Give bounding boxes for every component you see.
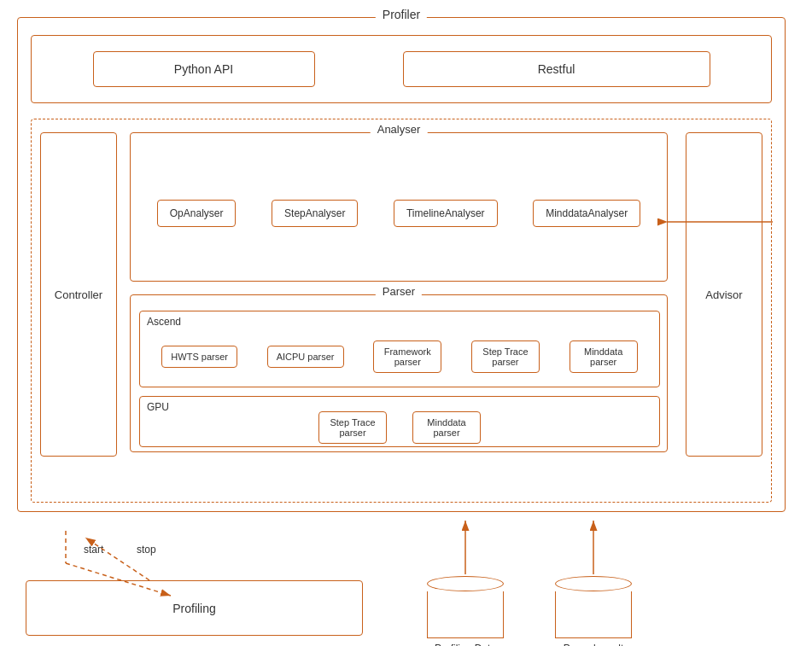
gpu-label: GPU	[147, 401, 169, 413]
op-analyser: OpAnalyser	[157, 200, 237, 227]
parsed-result-label: Parsed result	[564, 643, 624, 646]
profiler-label: Profiler	[376, 8, 427, 21]
controller-label: Controller	[55, 288, 102, 301]
gpu-box: GPU Step Traceparser Minddataparser	[139, 396, 660, 447]
parsed-result-cylinder: Parsed result	[555, 576, 632, 646]
stop-label: stop	[137, 544, 156, 556]
python-api-box: Python API	[93, 51, 315, 87]
restful-box: Restful	[403, 51, 710, 87]
aicpu-parser: AICPU parser	[267, 346, 344, 368]
stop-line	[85, 538, 149, 580]
middle-section: Controller Advisor Analyser OpAnalyser S…	[31, 119, 772, 503]
advisor-box: Advisor	[686, 132, 762, 457]
profiling-label: Profiling	[172, 602, 216, 615]
analyser-area: Analyser OpAnalyser StepAnalyser Timelin…	[130, 132, 668, 282]
profiling-box: Profiling	[26, 580, 363, 636]
profiling-data-label: Profiling Data	[435, 643, 496, 646]
ascend-items: HWTS parser AICPU parser Frameworkparser…	[140, 311, 659, 387]
ascend-label: Ascend	[147, 316, 181, 328]
analyser-items: OpAnalyser StepAnalyser TimelineAnalyser…	[131, 133, 667, 281]
python-api-label: Python API	[174, 62, 233, 76]
profiler-box: Profiler Python API Restful Controller A…	[17, 17, 786, 512]
analyser-label: Analyser	[371, 123, 428, 136]
framework-parser: Frameworkparser	[373, 340, 441, 373]
cylinder-top	[427, 576, 504, 591]
restful-label: Restful	[538, 62, 575, 76]
start-label: start	[84, 544, 104, 556]
minddata-parser-gpu: Minddataparser	[412, 411, 481, 444]
parser-label: Parser	[376, 285, 422, 298]
cylinder-body	[427, 591, 504, 638]
parser-area: Parser Ascend HWTS parser AICPU parser F…	[130, 294, 668, 452]
cylinder-body-parsed	[555, 591, 632, 638]
ascend-box: Ascend HWTS parser AICPU parser Framewor…	[139, 311, 660, 387]
cylinder-top-parsed	[555, 576, 632, 591]
step-trace-parser-gpu: Step Traceparser	[318, 411, 387, 444]
timeline-analyser: TimelineAnalyser	[394, 200, 498, 227]
api-row-box: Python API Restful	[31, 35, 772, 103]
step-trace-parser-ascend: Step Traceparser	[471, 340, 540, 373]
controller-box: Controller	[40, 132, 117, 457]
diagram-container: Profiler Python API Restful Controller A…	[9, 9, 803, 637]
minddata-parser-ascend: Minddataparser	[570, 340, 638, 373]
step-analyser: StepAnalyser	[272, 200, 358, 227]
minddata-analyser: MinddataAnalyser	[533, 200, 640, 227]
hwts-parser: HWTS parser	[161, 346, 237, 368]
gpu-items: Step Traceparser Minddataparser	[140, 397, 659, 446]
profiling-data-cylinder: Profiling Data	[427, 576, 504, 646]
advisor-label: Advisor	[705, 288, 742, 301]
